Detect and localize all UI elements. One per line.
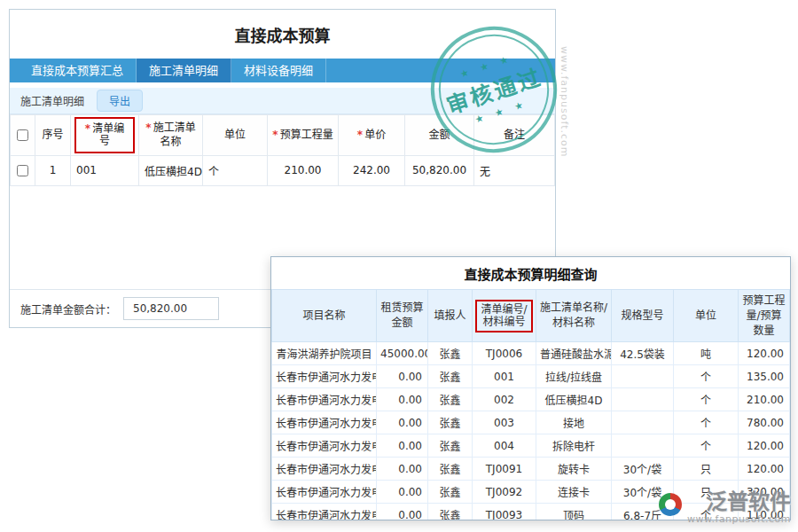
section-toolbar: 施工清单明细 导出	[10, 88, 555, 114]
query-cell: 连接卡	[536, 481, 612, 504]
query-cell: 吨	[674, 342, 739, 365]
query-cell: 001	[473, 365, 536, 388]
required-asterisk: *	[357, 129, 363, 141]
column-header-quantity: *预算工程量	[268, 115, 339, 156]
screen: 直接成本预算 直接成本预算汇总 施工清单明细 材料设备明细 施工清单明细 导出 …	[0, 0, 798, 532]
query-cell: TJ0006	[473, 342, 536, 365]
project-name-link[interactable]: 长春市伊通河水力发电厂	[272, 365, 377, 388]
query-cell: 0.00	[377, 388, 428, 411]
export-button[interactable]: 导出	[97, 90, 143, 112]
query-cell: 个	[674, 434, 739, 458]
project-name-link[interactable]: 长春市伊通河水力发电厂	[272, 411, 377, 434]
required-asterisk: *	[145, 121, 151, 134]
query-cell: 135.00	[739, 365, 790, 388]
cell-unit: 个	[203, 155, 268, 185]
construction-list-table: 序号 *清单编号 *施工清单名称 单位 *预算工程量 *单价 金额 备注 1 0…	[10, 114, 555, 186]
query-row[interactable]: 长春市伊通河水力发电厂0.00张鑫TJ0092连接卡30个/袋只320.00	[272, 481, 790, 504]
cell-code: 001	[71, 155, 139, 185]
query-row[interactable]: 长春市伊通河水力发电厂0.00张鑫001拉线/拉线盘个135.00	[272, 365, 790, 388]
query-column-label: 预算工程量/预算数量	[742, 294, 785, 337]
query-cell: 张鑫	[428, 411, 473, 434]
column-header-unit: 单位	[203, 115, 268, 156]
select-all-header	[11, 115, 35, 156]
cell-price: 242.00	[339, 155, 405, 185]
row-select-cell	[11, 155, 35, 185]
query-cell: 320.00	[739, 481, 790, 504]
tab-budget-summary[interactable]: 直接成本预算汇总	[19, 59, 137, 82]
query-cell: 张鑫	[428, 388, 473, 411]
column-label: 单价	[364, 129, 386, 141]
query-cell: 45000.00	[377, 342, 428, 365]
query-column-label: 填报人	[434, 309, 466, 322]
query-cell: 780.00	[739, 411, 790, 434]
query-column-header: 填报人	[428, 290, 473, 342]
query-cell: 210.00	[739, 388, 790, 411]
query-column-header: 清单编号/材料编号	[473, 290, 536, 342]
row-checkbox[interactable]	[17, 165, 28, 176]
select-all-checkbox[interactable]	[17, 129, 28, 141]
dialog-title: 直接成本预算明细查询	[271, 257, 790, 289]
query-result-table: 项目名称租赁预算金额填报人清单编号/材料编号施工清单名称/材料名称规格型号单位预…	[271, 289, 790, 520]
query-cell: 0.00	[377, 481, 428, 504]
page-title: 直接成本预算	[10, 10, 555, 59]
section-label: 施工清单明细	[20, 93, 84, 108]
total-value: 50,820.00	[123, 297, 219, 320]
query-cell: 普通硅酸盐水泥	[536, 342, 612, 365]
query-cell: TJ0091	[473, 458, 536, 481]
query-cell: TJ0093	[473, 504, 536, 520]
query-row[interactable]: 长春市伊通河水力发电厂0.00张鑫002低压横担4D个210.00	[272, 388, 790, 411]
query-cell: 张鑫	[428, 342, 473, 365]
cell-remark: 无	[474, 155, 555, 185]
query-cell: 0.00	[377, 458, 428, 481]
query-row[interactable]: 长春市伊通河水力发电厂0.00张鑫TJ0093顶码6.8-7斤个110.00	[272, 504, 790, 520]
project-name-link[interactable]: 长春市伊通河水力发电厂	[272, 388, 377, 411]
column-header-code: *清单编号	[71, 115, 139, 156]
query-cell: 只	[674, 481, 739, 504]
query-cell	[612, 365, 674, 388]
project-name-link[interactable]: 长春市伊通河水力发电厂	[272, 481, 377, 504]
tab-material-equipment-detail[interactable]: 材料设备明细	[231, 59, 326, 82]
query-cell: 接地	[536, 411, 612, 434]
query-column-label: 单位	[695, 309, 716, 322]
query-column-header: 单位	[674, 290, 739, 342]
query-cell: 120.00	[739, 458, 790, 481]
query-column-label: 租赁预算金额	[380, 301, 423, 329]
query-row[interactable]: 青海洪湖养护院项目45000.00张鑫TJ0006普通硅酸盐水泥42.5袋装吨1…	[272, 342, 790, 365]
highlight-box: *清单编号	[74, 117, 135, 153]
project-name-link[interactable]: 长春市伊通河水力发电厂	[272, 504, 377, 520]
query-cell: 顶码	[536, 504, 612, 520]
query-column-header: 租赁预算金额	[377, 290, 428, 342]
query-column-header: 施工清单名称/材料名称	[536, 290, 612, 342]
cell-amount: 50,820.00	[405, 155, 474, 185]
query-row[interactable]: 长春市伊通河水力发电厂0.00张鑫004拆除电杆个120.00	[272, 434, 790, 458]
cell-quantity: 210.00	[268, 155, 339, 185]
budget-detail-query-dialog: 直接成本预算明细查询 项目名称租赁预算金额填报人清单编号/材料编号施工清单名称/…	[270, 256, 791, 520]
query-column-header: 规格型号	[612, 290, 674, 342]
query-column-header: 项目名称	[272, 290, 377, 342]
query-column-label: 项目名称	[302, 309, 345, 322]
project-name-link[interactable]: 长春市伊通河水力发电厂	[272, 458, 377, 481]
project-name-link[interactable]: 青海洪湖养护院项目	[272, 342, 377, 365]
cell-index: 1	[35, 155, 71, 185]
side-watermark-url: www.fanpusoft.com	[559, 46, 570, 157]
total-label: 施工清单金额合计：	[20, 301, 116, 317]
column-header-name: *施工清单名称	[139, 115, 203, 156]
query-cell: 拆除电杆	[536, 434, 612, 458]
query-cell: 30个/袋	[612, 481, 674, 504]
query-row[interactable]: 长春市伊通河水力发电厂0.00张鑫003接地个780.00	[272, 411, 790, 434]
query-cell: 002	[473, 388, 536, 411]
query-cell: 张鑫	[428, 365, 473, 388]
query-row[interactable]: 长春市伊通河水力发电厂0.00张鑫TJ0091旋转卡30个/袋只120.00	[272, 458, 790, 481]
required-asterisk: *	[85, 122, 90, 135]
query-column-label: 规格型号	[621, 309, 663, 322]
query-column-header: 预算工程量/预算数量	[739, 290, 790, 342]
query-cell: 0.00	[377, 411, 428, 434]
query-cell: 拉线/拉线盘	[536, 365, 612, 388]
column-header-price: *单价	[339, 115, 405, 156]
query-cell: 个	[674, 365, 739, 388]
tab-construction-list-detail[interactable]: 施工清单明细	[137, 59, 231, 82]
column-header-amount: 金额	[405, 115, 474, 156]
table-row[interactable]: 1 001 低压横担4D 个 210.00 242.00 50,820.00 无	[11, 155, 555, 185]
project-name-link[interactable]: 长春市伊通河水力发电厂	[272, 434, 377, 458]
query-cell	[612, 434, 674, 458]
